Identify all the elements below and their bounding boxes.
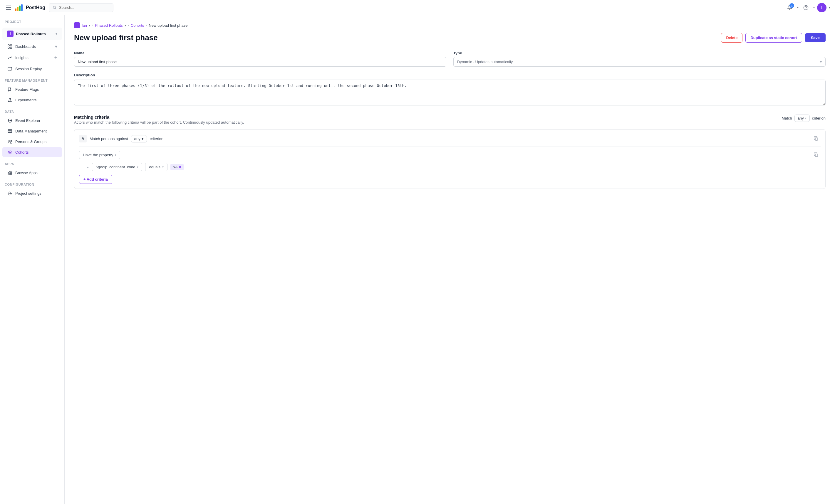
main-area: PROJECT I Phased Rollouts ▾ Dashboards ▾… <box>0 15 835 504</box>
property-copy-icon <box>814 152 818 157</box>
criteria-subtitle: Actors who match the following criteria … <box>74 120 244 125</box>
property-copy-button[interactable] <box>812 150 821 159</box>
help-button[interactable] <box>801 3 811 13</box>
operator-value: equals <box>149 165 160 169</box>
top-bar-left: PostHog <box>5 4 45 11</box>
matching-criteria-section: Matching criteria Actors who match the f… <box>74 114 826 189</box>
logo-icon <box>15 4 24 11</box>
property-row: Have the property ▾ <box>79 150 821 159</box>
persons-groups-icon <box>7 139 12 144</box>
feature-flags-label: Feature Flags <box>15 87 57 92</box>
criteria-title: Matching criteria <box>74 114 244 120</box>
project-chevron: ▾ <box>56 32 57 36</box>
criteria-divider-1 <box>79 147 821 147</box>
svg-rect-9 <box>10 45 12 46</box>
property-type-select[interactable]: Have the property ▾ <box>79 151 120 159</box>
data-section-label: DATA <box>0 105 64 115</box>
group-letter-a: A <box>79 135 87 143</box>
duplicate-button[interactable]: Duplicate as static cohort <box>746 33 802 43</box>
breadcrumb-user-avatar: I <box>74 22 80 28</box>
criteria-card: A Match persons against any ▾ criterion <box>74 129 826 189</box>
project-settings-label: Project settings <box>15 191 57 196</box>
search-bar[interactable] <box>49 3 114 12</box>
project-settings-icon <box>7 191 12 196</box>
match-any-value: any <box>798 116 804 121</box>
type-select[interactable]: Dynamic · Updates automatically ▾ <box>453 57 826 67</box>
help-icon <box>803 5 809 10</box>
group-a-criterion-text: criterion <box>150 136 163 141</box>
group-a-any-dropdown[interactable]: any ▾ <box>131 135 147 143</box>
sidebar-item-session-replay[interactable]: Session Replay <box>2 64 62 74</box>
sidebar: PROJECT I Phased Rollouts ▾ Dashboards ▾… <box>0 15 65 504</box>
type-label: Type <box>453 51 826 55</box>
cohorts-icon <box>7 149 12 155</box>
group-a-copy-button[interactable] <box>812 134 821 143</box>
group-a-any-value: any <box>134 136 140 141</box>
add-criteria-button[interactable]: + Add criteria <box>79 175 112 184</box>
sidebar-item-dashboards[interactable]: Dashboards ▾ <box>2 41 62 52</box>
sidebar-item-persons-groups[interactable]: Persons & Groups <box>2 136 62 147</box>
criterion-label: criterion <box>812 116 826 121</box>
project-switcher[interactable]: I Phased Rollouts ▾ <box>2 28 62 40</box>
user-avatar[interactable]: I <box>817 3 827 12</box>
data-management-label: Data Management <box>15 129 57 133</box>
svg-rect-26 <box>8 171 9 172</box>
svg-rect-8 <box>8 45 9 46</box>
breadcrumb-user[interactable]: Ian <box>82 23 87 28</box>
sidebar-item-feature-flags[interactable]: Feature Flags <box>2 84 62 94</box>
search-input[interactable] <box>59 5 109 10</box>
property-name-select[interactable]: $geoip_continent_code ▾ <box>92 163 142 171</box>
svg-rect-2 <box>19 5 21 11</box>
breadcrumb: I Ian ▾ › Phased Rollouts ▾ › Cohorts › … <box>74 22 826 28</box>
cohorts-label: Cohorts <box>15 150 57 154</box>
sidebar-item-experiments[interactable]: Experiments <box>2 95 62 105</box>
insights-label: Insights <box>15 56 51 60</box>
sidebar-item-insights[interactable]: Insights + <box>2 52 62 63</box>
apps-section-label: APPS <box>0 158 64 167</box>
svg-rect-28 <box>8 173 9 175</box>
persons-groups-label: Persons & Groups <box>15 140 57 144</box>
description-group: Description The first of three phases (1… <box>74 72 826 106</box>
sidebar-item-browse-apps[interactable]: Browse Apps <box>2 168 62 178</box>
svg-point-30 <box>9 193 10 194</box>
breadcrumb-sep-2: › <box>128 23 129 27</box>
delete-button[interactable]: Delete <box>721 33 742 43</box>
type-select-chevron: ▾ <box>820 60 822 64</box>
form-name-type-row: Name Type Dynamic · Updates automaticall… <box>74 51 826 67</box>
name-input[interactable] <box>74 57 446 67</box>
breadcrumb-cohorts[interactable]: Cohorts <box>131 23 144 28</box>
data-management-icon <box>7 128 12 134</box>
property-type-label: Have the property <box>83 153 113 157</box>
sidebar-item-event-explorer[interactable]: Event Explorer <box>2 115 62 125</box>
svg-point-25 <box>10 151 11 152</box>
tag-remove-button[interactable]: × <box>179 165 181 169</box>
browse-apps-icon <box>7 170 12 175</box>
save-button[interactable]: Save <box>805 33 826 42</box>
sidebar-item-data-management[interactable]: Data Management <box>2 126 62 136</box>
project-icon: I <box>7 30 14 37</box>
description-textarea[interactable]: The first of three phases (1/3) of the r… <box>74 80 826 105</box>
property-name-chevron: ▾ <box>137 165 138 169</box>
svg-point-24 <box>8 151 10 152</box>
breadcrumb-project[interactable]: Phased Rollouts <box>95 23 123 28</box>
name-label: Name <box>74 51 446 55</box>
sidebar-item-cohorts[interactable]: Cohorts <box>2 147 62 157</box>
svg-point-16 <box>9 120 10 121</box>
breadcrumb-sep-3: › <box>146 23 147 27</box>
tag-chip: NA × <box>170 164 184 170</box>
svg-rect-11 <box>10 47 12 48</box>
svg-line-5 <box>55 8 56 9</box>
insights-icon <box>7 55 12 61</box>
svg-point-23 <box>11 140 12 142</box>
svg-rect-31 <box>815 138 818 140</box>
svg-rect-21 <box>8 132 12 133</box>
header-actions: Delete Duplicate as static cohort Save <box>721 33 826 43</box>
menu-toggle[interactable] <box>5 4 12 11</box>
operator-select[interactable]: equals ▾ <box>145 163 167 171</box>
sidebar-item-project-settings[interactable]: Project settings <box>2 188 62 198</box>
notifications-button[interactable]: 1 <box>785 3 795 13</box>
property-name-value: $geoip_continent_code <box>96 165 135 169</box>
match-any-dropdown[interactable]: any ▾ <box>794 114 810 122</box>
copy-icon <box>814 136 818 141</box>
insights-plus[interactable]: + <box>54 55 57 61</box>
